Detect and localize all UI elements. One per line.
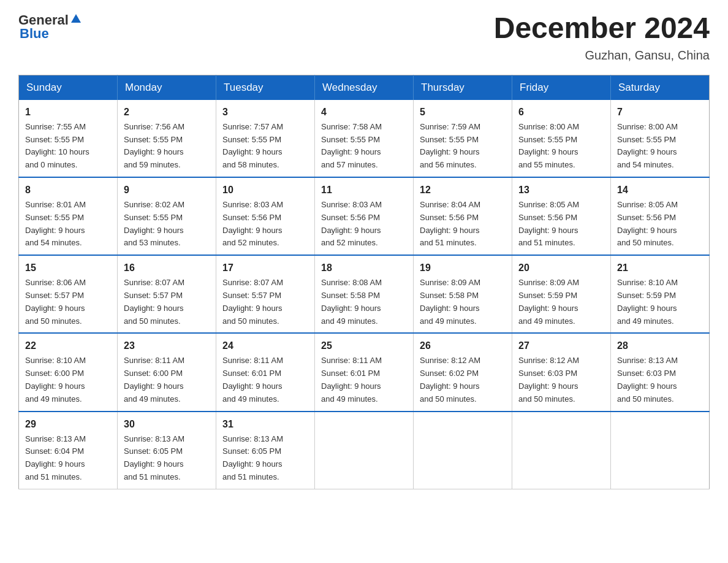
- day-info: Sunrise: 8:11 AM Sunset: 6:01 PM Dayligh…: [222, 354, 308, 405]
- day-info: Sunrise: 8:09 AM Sunset: 5:59 PM Dayligh…: [518, 277, 604, 327]
- header-col-thursday: Thursday: [414, 75, 512, 100]
- calendar-table: SundayMondayTuesdayWednesdayThursdayFrid…: [18, 75, 710, 489]
- day-info: Sunrise: 8:01 AM Sunset: 5:55 PM Dayligh…: [25, 199, 111, 250]
- day-number: 30: [124, 417, 210, 432]
- logo: General Blue: [18, 12, 82, 42]
- day-info: Sunrise: 8:02 AM Sunset: 5:55 PM Dayligh…: [124, 199, 210, 250]
- calendar-cell-1-4: 12Sunrise: 8:04 AM Sunset: 5:56 PM Dayli…: [414, 177, 512, 255]
- calendar-cell-0-6: 7Sunrise: 8:00 AM Sunset: 5:55 PM Daylig…: [611, 100, 710, 177]
- day-number: 25: [321, 339, 407, 353]
- day-info: Sunrise: 8:13 AM Sunset: 6:05 PM Dayligh…: [222, 433, 308, 484]
- calendar-cell-1-6: 14Sunrise: 8:05 AM Sunset: 5:56 PM Dayli…: [611, 177, 710, 255]
- day-number: 21: [617, 261, 703, 275]
- day-info: Sunrise: 8:00 AM Sunset: 5:55 PM Dayligh…: [518, 121, 604, 172]
- day-number: 5: [420, 105, 506, 120]
- calendar-cell-2-2: 17Sunrise: 8:07 AM Sunset: 5:57 PM Dayli…: [216, 255, 315, 333]
- calendar-cell-4-0: 29Sunrise: 8:13 AM Sunset: 6:04 PM Dayli…: [19, 412, 118, 489]
- page-header: General Blue December 2024 Guzhan, Gansu…: [18, 12, 710, 63]
- calendar-week-3: 15Sunrise: 8:06 AM Sunset: 5:57 PM Dayli…: [19, 255, 710, 333]
- day-info: Sunrise: 8:11 AM Sunset: 6:01 PM Dayligh…: [321, 354, 407, 405]
- day-number: 1: [25, 105, 111, 120]
- calendar-cell-0-3: 4Sunrise: 7:58 AM Sunset: 5:55 PM Daylig…: [315, 100, 414, 177]
- day-info: Sunrise: 7:57 AM Sunset: 5:55 PM Dayligh…: [222, 121, 308, 172]
- day-info: Sunrise: 8:13 AM Sunset: 6:05 PM Dayligh…: [124, 433, 210, 484]
- calendar-cell-4-6: [611, 412, 710, 489]
- logo-blue-text: Blue: [20, 26, 49, 42]
- calendar-week-2: 8Sunrise: 8:01 AM Sunset: 5:55 PM Daylig…: [19, 177, 710, 255]
- day-number: 31: [222, 417, 308, 432]
- day-info: Sunrise: 8:08 AM Sunset: 5:58 PM Dayligh…: [321, 277, 407, 327]
- day-info: Sunrise: 8:00 AM Sunset: 5:55 PM Dayligh…: [617, 121, 703, 172]
- calendar-cell-2-0: 15Sunrise: 8:06 AM Sunset: 5:57 PM Dayli…: [19, 255, 118, 333]
- calendar-week-5: 29Sunrise: 8:13 AM Sunset: 6:04 PM Dayli…: [19, 412, 710, 489]
- day-info: Sunrise: 8:10 AM Sunset: 5:59 PM Dayligh…: [617, 277, 703, 327]
- calendar-cell-1-3: 11Sunrise: 8:03 AM Sunset: 5:56 PM Dayli…: [315, 177, 414, 255]
- day-number: 17: [222, 261, 308, 275]
- day-info: Sunrise: 8:07 AM Sunset: 5:57 PM Dayligh…: [222, 277, 308, 327]
- calendar-cell-1-0: 8Sunrise: 8:01 AM Sunset: 5:55 PM Daylig…: [19, 177, 118, 255]
- calendar-cell-2-6: 21Sunrise: 8:10 AM Sunset: 5:59 PM Dayli…: [611, 255, 710, 333]
- header-col-saturday: Saturday: [611, 75, 710, 100]
- day-number: 14: [617, 183, 703, 197]
- calendar-week-1: 1Sunrise: 7:55 AM Sunset: 5:55 PM Daylig…: [19, 100, 710, 177]
- day-number: 13: [518, 183, 604, 197]
- day-info: Sunrise: 8:12 AM Sunset: 6:02 PM Dayligh…: [420, 354, 506, 405]
- day-number: 7: [617, 105, 703, 120]
- day-number: 15: [25, 261, 111, 275]
- calendar-cell-4-5: [512, 412, 611, 489]
- day-number: 27: [518, 339, 604, 353]
- calendar-cell-2-3: 18Sunrise: 8:08 AM Sunset: 5:58 PM Dayli…: [315, 255, 414, 333]
- day-number: 24: [222, 339, 308, 353]
- day-number: 4: [321, 105, 407, 120]
- logo-triangle-icon: [70, 13, 82, 26]
- day-number: 2: [124, 105, 210, 120]
- calendar-cell-3-6: 28Sunrise: 8:13 AM Sunset: 6:03 PM Dayli…: [611, 333, 710, 411]
- day-info: Sunrise: 8:03 AM Sunset: 5:56 PM Dayligh…: [222, 199, 308, 250]
- day-info: Sunrise: 8:07 AM Sunset: 5:57 PM Dayligh…: [124, 277, 210, 327]
- day-info: Sunrise: 8:05 AM Sunset: 5:56 PM Dayligh…: [617, 199, 703, 250]
- calendar-cell-3-1: 23Sunrise: 8:11 AM Sunset: 6:00 PM Dayli…: [118, 333, 216, 411]
- calendar-week-4: 22Sunrise: 8:10 AM Sunset: 6:00 PM Dayli…: [19, 333, 710, 411]
- day-info: Sunrise: 8:05 AM Sunset: 5:56 PM Dayligh…: [518, 199, 604, 250]
- calendar-cell-0-2: 3Sunrise: 7:57 AM Sunset: 5:55 PM Daylig…: [216, 100, 315, 177]
- day-number: 20: [518, 261, 604, 275]
- day-info: Sunrise: 8:09 AM Sunset: 5:58 PM Dayligh…: [420, 277, 506, 327]
- day-number: 10: [222, 183, 308, 197]
- day-info: Sunrise: 8:06 AM Sunset: 5:57 PM Dayligh…: [25, 277, 111, 327]
- day-number: 19: [420, 261, 506, 275]
- title-section: December 2024 Guzhan, Gansu, China: [494, 12, 710, 63]
- day-info: Sunrise: 8:12 AM Sunset: 6:03 PM Dayligh…: [518, 354, 604, 405]
- day-info: Sunrise: 8:10 AM Sunset: 6:00 PM Dayligh…: [25, 354, 111, 405]
- calendar-cell-0-5: 6Sunrise: 8:00 AM Sunset: 5:55 PM Daylig…: [512, 100, 611, 177]
- day-number: 28: [617, 339, 703, 353]
- header-col-monday: Monday: [118, 75, 216, 100]
- calendar-cell-4-4: [414, 412, 512, 489]
- day-info: Sunrise: 7:56 AM Sunset: 5:55 PM Dayligh…: [124, 121, 210, 172]
- calendar-cell-2-4: 19Sunrise: 8:09 AM Sunset: 5:58 PM Dayli…: [414, 255, 512, 333]
- header-col-sunday: Sunday: [19, 75, 118, 100]
- day-number: 3: [222, 105, 308, 120]
- day-info: Sunrise: 7:58 AM Sunset: 5:55 PM Dayligh…: [321, 121, 407, 172]
- day-number: 6: [518, 105, 604, 120]
- main-title: December 2024: [494, 12, 710, 45]
- calendar-cell-3-0: 22Sunrise: 8:10 AM Sunset: 6:00 PM Dayli…: [19, 333, 118, 411]
- calendar-cell-3-2: 24Sunrise: 8:11 AM Sunset: 6:01 PM Dayli…: [216, 333, 315, 411]
- header-col-friday: Friday: [512, 75, 611, 100]
- day-info: Sunrise: 8:04 AM Sunset: 5:56 PM Dayligh…: [420, 199, 506, 250]
- calendar-cell-1-1: 9Sunrise: 8:02 AM Sunset: 5:55 PM Daylig…: [118, 177, 216, 255]
- day-number: 22: [25, 339, 111, 353]
- header-col-tuesday: Tuesday: [216, 75, 315, 100]
- day-number: 18: [321, 261, 407, 275]
- day-number: 16: [124, 261, 210, 275]
- calendar-cell-0-4: 5Sunrise: 7:59 AM Sunset: 5:55 PM Daylig…: [414, 100, 512, 177]
- calendar-cell-4-2: 31Sunrise: 8:13 AM Sunset: 6:05 PM Dayli…: [216, 412, 315, 489]
- subtitle: Guzhan, Gansu, China: [494, 48, 710, 63]
- day-number: 8: [25, 183, 111, 197]
- calendar-cell-1-5: 13Sunrise: 8:05 AM Sunset: 5:56 PM Dayli…: [512, 177, 611, 255]
- day-info: Sunrise: 8:13 AM Sunset: 6:04 PM Dayligh…: [25, 433, 111, 484]
- day-number: 26: [420, 339, 506, 353]
- day-number: 12: [420, 183, 506, 197]
- day-number: 23: [124, 339, 210, 353]
- calendar-cell-3-3: 25Sunrise: 8:11 AM Sunset: 6:01 PM Dayli…: [315, 333, 414, 411]
- day-info: Sunrise: 8:11 AM Sunset: 6:00 PM Dayligh…: [124, 354, 210, 405]
